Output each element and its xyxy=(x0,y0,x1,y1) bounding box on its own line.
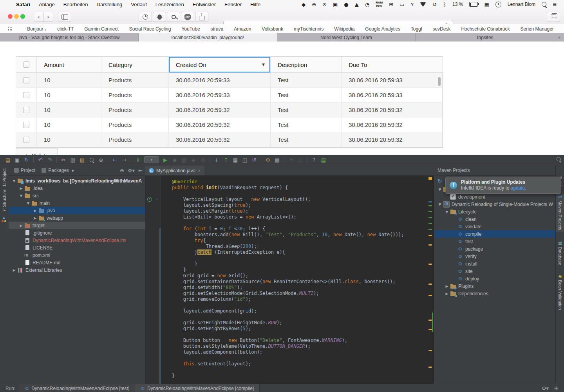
notification-popup[interactable]: ! Platform and Plugin Updates IntelliJ I… xyxy=(445,177,561,194)
share-button[interactable] xyxy=(195,12,208,22)
triangle-icon[interactable]: ▲ xyxy=(352,2,362,7)
tree-item-pom-xml[interactable]: mpom.xml xyxy=(9,251,145,259)
truck-icon[interactable]: ⊞ xyxy=(386,2,396,7)
minimize-window-button[interactable] xyxy=(14,14,19,19)
status-settings-gear-icon[interactable]: ⚙▾ xyxy=(542,385,549,391)
clock-icon[interactable] xyxy=(492,2,504,7)
tree-arrow-icon[interactable]: ▶ xyxy=(32,209,38,213)
tree-item-package[interactable]: ⚙package xyxy=(434,245,556,253)
tab-overview-button[interactable] xyxy=(547,12,560,22)
tree-arrow-icon[interactable]: ▼ xyxy=(444,210,450,214)
bookmark-mytischtennis[interactable]: myTischtennis xyxy=(294,26,324,32)
tree-item-dependencies[interactable]: ▶Dependencies xyxy=(434,290,556,297)
bookmark-sevdesk[interactable]: sevDesk xyxy=(432,26,450,32)
menu-bearbeiten[interactable]: Bearbeiten xyxy=(59,2,92,7)
menu-entwickler[interactable]: Entwickler xyxy=(188,2,220,7)
tree-item-site[interactable]: ⚙site xyxy=(434,267,556,275)
grid-scrollbar-thumb[interactable] xyxy=(438,77,441,86)
tree-item-test[interactable]: ⚙test xyxy=(434,238,556,245)
save-all-icon[interactable]: ▣ xyxy=(13,156,22,164)
panel-tab-packages[interactable]: Packages xyxy=(38,168,72,173)
open-icon[interactable]: ▤ xyxy=(3,156,13,164)
bookmarks-grid-icon[interactable] xyxy=(8,27,13,31)
password-manager-button[interactable] xyxy=(167,12,180,22)
column-header-category[interactable]: Category xyxy=(101,57,169,73)
time-machine-icon[interactable]: ↺ xyxy=(429,2,440,7)
tree-arrow-icon[interactable]: ▼ xyxy=(11,179,17,183)
safari-tab-localhost-8080-vaadin-playgrou[interactable]: localhost:8080/vaadin_playground/ xyxy=(139,33,277,42)
shelve-icon[interactable]: ▦ xyxy=(231,156,240,164)
battery-percent[interactable]: 13 % xyxy=(449,2,466,7)
tree-item-lifecycle[interactable]: ▼⚙Lifecycle xyxy=(434,208,556,215)
tree-item-install[interactable]: ⚙install xyxy=(434,260,556,267)
panel-tab-project[interactable]: Project xyxy=(11,168,38,173)
bookmark-bonjour[interactable]: Bonjour∨ xyxy=(27,26,47,32)
tree-item-license[interactable]: LICENSE xyxy=(9,244,145,251)
help-icon[interactable]: ? xyxy=(309,156,319,164)
tree-item-compile[interactable]: ⚙compile xyxy=(434,230,556,238)
new-tab-button[interactable]: + xyxy=(554,33,564,42)
tree-arrow-icon[interactable]: ▼ xyxy=(18,194,24,198)
column-header-description[interactable]: Description xyxy=(271,57,342,73)
tree-item-webapp[interactable]: ▶●webapp xyxy=(9,214,145,222)
tree-arrow-icon[interactable]: ▶ xyxy=(444,292,450,296)
alert-circle-icon[interactable]: ⊙ xyxy=(319,2,330,7)
tree-arrow-icon[interactable]: ▼ xyxy=(437,202,443,206)
tree-arrow-icon[interactable]: ▼ xyxy=(25,201,31,205)
undo-icon[interactable]: ↶ xyxy=(36,156,45,164)
app-store-icon[interactable]: ▣ xyxy=(330,2,341,7)
table-row[interactable]: 10Products30.06.2016 20:59:32Test30.06.2… xyxy=(16,103,443,117)
back-button[interactable]: ‹ xyxy=(34,12,44,22)
profile-icon[interactable]: ◈ xyxy=(189,156,198,164)
maven-refresh-icon[interactable]: ↻ xyxy=(437,178,442,184)
gauge-icon[interactable]: ◔ xyxy=(362,2,372,7)
bookmark-click-tt[interactable]: click-TT xyxy=(57,26,74,32)
tunnelblick-icon[interactable]: Y xyxy=(407,2,417,7)
tree-arrow-icon[interactable]: ▶ xyxy=(18,186,24,190)
row-checkbox[interactable] xyxy=(23,122,29,128)
bookmark-toggl[interactable]: Toggl xyxy=(411,26,422,32)
forward-icon[interactable]: → xyxy=(119,156,129,164)
settings-gear-icon[interactable]: ⚙▾ xyxy=(128,168,135,173)
tree-item-main[interactable]: ▼main xyxy=(9,199,145,207)
bookmark-garmin-connect[interactable]: Garmin Connect xyxy=(84,26,118,32)
paste-icon[interactable]: ▧ xyxy=(78,156,87,164)
tree-arrow-icon[interactable]: ▶ xyxy=(11,268,17,272)
history-button[interactable] xyxy=(139,12,152,22)
replace-icon[interactable]: ⊛ xyxy=(96,156,106,164)
synchronize-icon[interactable]: ↻ xyxy=(22,156,31,164)
bookmark-strava[interactable]: strava xyxy=(211,26,224,32)
tool-button-bean-validation[interactable]: ◉Bean Validation xyxy=(556,274,564,310)
row-checkbox[interactable] xyxy=(23,107,29,113)
row-checkbox[interactable] xyxy=(23,137,29,143)
panel-tabs-more-icon[interactable]: ▸ xyxy=(72,168,74,173)
bookmark-youtube[interactable]: YouTube xyxy=(181,26,200,32)
search-everywhere-icon[interactable] xyxy=(557,157,561,161)
safari-tab-topsites[interactable]: Topsites xyxy=(416,33,554,42)
override-marker-icon[interactable]: ↑ xyxy=(147,197,152,202)
bluetooth-icon[interactable]: ᛒ xyxy=(440,2,449,7)
vcs-update-icon[interactable]: ⇣ xyxy=(212,156,221,164)
run-tab-test[interactable]: ⚙DynamicReloadingWithMavenAndEclipse [te… xyxy=(19,384,135,392)
tool-button-7-structure[interactable]: 7: Structure xyxy=(2,190,7,212)
find-icon[interactable] xyxy=(87,156,96,164)
safari-tab-java-vaal-grid-height-is-too-b[interactable]: java - Vaal grid height is too big - Sta… xyxy=(0,33,139,42)
table-row[interactable]: 10Products30.06.2016 20:59:32Test30.06.2… xyxy=(16,132,443,147)
tree-arrow-icon[interactable]: ▶ xyxy=(444,284,450,288)
menu-safari[interactable]: Safari xyxy=(12,2,34,7)
tree-item-src[interactable]: ▼src xyxy=(9,192,145,199)
redo-icon[interactable]: ↷ xyxy=(45,156,54,164)
cut-icon[interactable]: ✂ xyxy=(59,156,68,164)
android-device-icon[interactable]: ▯ xyxy=(296,156,305,164)
android-sync-icon[interactable]: ▱ xyxy=(286,156,296,164)
bookmark-amazon[interactable]: Amazon xyxy=(234,26,251,32)
close-tab-icon[interactable]: × xyxy=(198,168,201,173)
tree-item-deploy[interactable]: ⚙deploy xyxy=(434,275,556,282)
hand-icon[interactable]: ● xyxy=(341,2,351,7)
tree-item-validate[interactable]: ⚙validate xyxy=(434,223,556,230)
project-structure-icon[interactable]: ▩ xyxy=(273,156,282,164)
code-area[interactable]: @Override public void init(VaadinRequest… xyxy=(161,175,427,384)
bookmark-wikipedia[interactable]: Wikipedia xyxy=(334,26,354,32)
sidebar-button[interactable] xyxy=(58,12,71,22)
coverage-icon[interactable]: ▨ xyxy=(179,156,189,164)
